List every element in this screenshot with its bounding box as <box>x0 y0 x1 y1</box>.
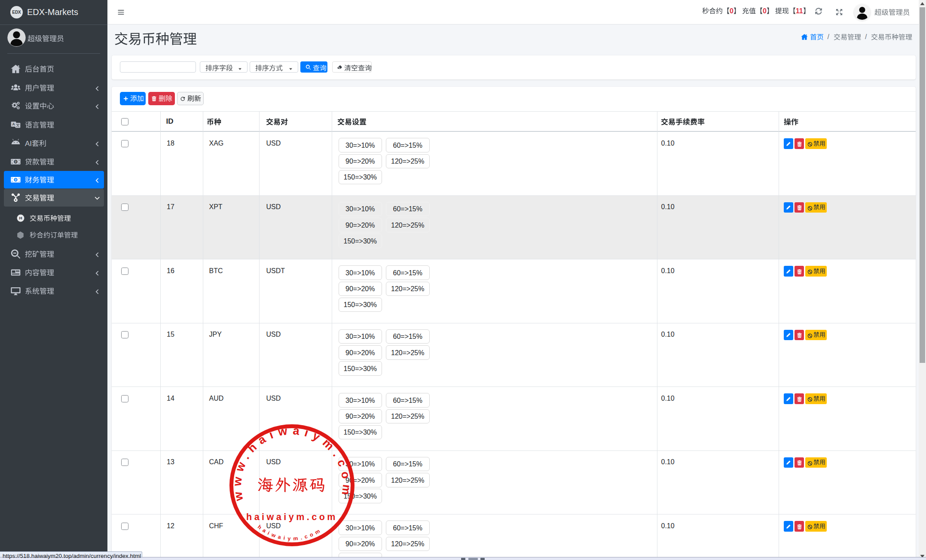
svg-text:H: H <box>19 216 22 220</box>
svg-text:0: 0 <box>15 178 16 182</box>
svg-text:0: 0 <box>15 160 16 164</box>
svg-text:A: A <box>12 122 15 126</box>
